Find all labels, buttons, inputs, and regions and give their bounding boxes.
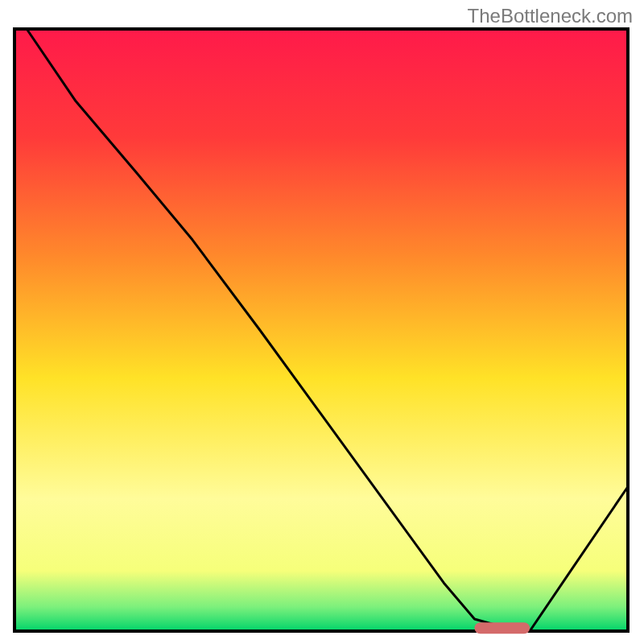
watermark-text: TheBottleneck.com bbox=[468, 5, 633, 27]
gradient-background bbox=[14, 29, 628, 631]
optimal-range-marker bbox=[475, 622, 530, 634]
chart-svg bbox=[0, 0, 644, 644]
bottleneck-chart: TheBottleneck.com bbox=[0, 0, 644, 644]
